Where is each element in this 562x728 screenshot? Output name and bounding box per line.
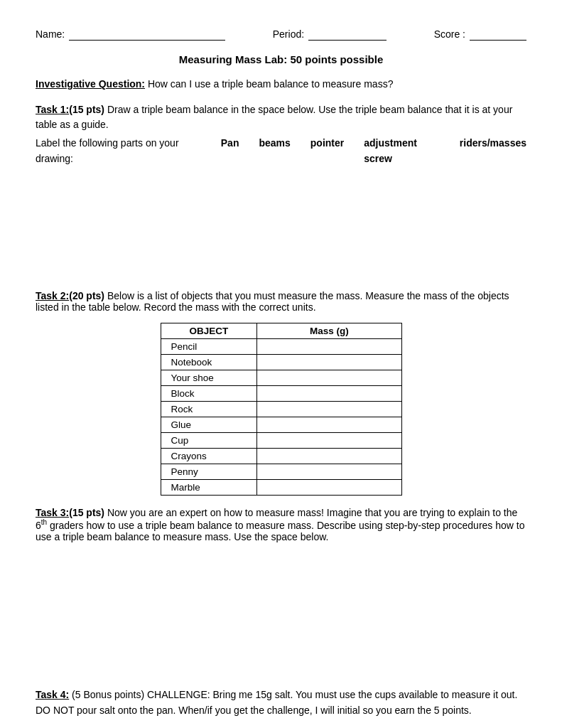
task3-text-pre: Now you are an expert on how to measure … [36,507,524,542]
task1-points: (15 pts) [69,104,104,115]
table-cell-mass [257,402,401,417]
task2-label: Task 2: [36,290,69,301]
mass-table: OBJECT Mass (g) PencilNotebookYour shoeB… [161,323,402,496]
table-cell-mass [257,417,401,433]
table-cell-mass [257,433,401,449]
table-row: Cup [161,433,401,449]
table-row: Rock [161,402,401,417]
task4-text: Task 4: (5 Bonus points) CHALLENGE: Brin… [36,687,526,718]
table-header-object: OBJECT [161,323,257,339]
investigative-question-text: How can I use a triple beam balance to m… [145,78,393,90]
task1-part-beams: beams [259,136,290,151]
task1-part-adjustment-screw: adjustment screw [364,136,440,166]
task1-part-pan: Pan [221,136,239,151]
task3-writing-space [36,542,526,678]
table-cell-object: Crayons [161,449,257,464]
investigative-question-section: Investigative Question: How can I use a … [36,77,526,92]
task1-label-row: Label the following parts on your drawin… [36,136,526,166]
task2-points: (20 pts) [69,290,104,301]
table-cell-mass [257,449,401,464]
name-underline [69,28,225,41]
table-cell-object: Notebook [161,355,257,370]
task1-part-pointer: pointer [310,136,344,151]
page-title: Measuring Mass Lab: 50 points possible [36,53,526,65]
table-row: Crayons [161,449,401,464]
table-row: Pencil [161,339,401,355]
investigative-question-label: Investigative Question: [36,78,145,90]
table-cell-object: Penny [161,464,257,480]
name-field: Name: [36,28,225,41]
table-row: Notebook [161,355,401,370]
score-label: Score : [434,28,465,40]
header-line: Name: Period: Score : [36,28,526,41]
table-row: Block [161,386,401,402]
period-field: Period: [273,28,387,41]
score-underline [470,28,526,41]
score-field: Score : [434,28,526,41]
table-row: Your shoe [161,370,401,386]
table-cell-object: Your shoe [161,370,257,386]
table-cell-mass [257,370,401,386]
table-cell-mass [257,339,401,355]
task1-intro: Task 1:(15 pts) Draw a triple beam balan… [36,102,526,133]
task1-label: Task 1: [36,104,69,115]
table-cell-mass [257,355,401,370]
task3-intro: Task 3:(15 pts) Now you are an expert on… [36,507,526,542]
name-label: Name: [36,28,65,40]
task1-text1: Draw a triple beam balance in the space … [36,104,512,131]
task2-intro: Task 2:(20 pts) Below is a list of objec… [36,290,526,313]
task2-text: Below is a list of objects that you must… [36,290,509,313]
period-label: Period: [273,28,304,40]
table-cell-object: Rock [161,402,257,417]
task2-section: Task 2:(20 pts) Below is a list of objec… [36,290,526,496]
task3-section: Task 3:(15 pts) Now you are an expert on… [36,507,526,678]
table-header-mass: Mass (g) [257,323,401,339]
table-cell-object: Glue [161,417,257,433]
task1-drawing-space [36,166,526,280]
table-cell-object: Block [161,386,257,402]
table-cell-object: Cup [161,433,257,449]
table-row: Marble [161,480,401,496]
table-cell-mass [257,480,401,496]
task1-section: Task 1:(15 pts) Draw a triple beam balan… [36,102,526,281]
table-cell-mass [257,464,401,480]
table-cell-mass [257,386,401,402]
table-row: Glue [161,417,401,433]
period-underline [308,28,387,41]
task4-section: Task 4: (5 Bonus points) CHALLENGE: Brin… [36,687,526,718]
table-row: Penny [161,464,401,480]
task1-text2: Label the following parts on your drawin… [36,136,201,166]
task2-table-container: OBJECT Mass (g) PencilNotebookYour shoeB… [36,323,526,496]
task4-label: Task 4: [36,689,69,700]
task4-body: (5 Bonus points) CHALLENGE: Bring me 15g… [36,689,517,716]
task3-label: Task 3: [36,507,69,518]
table-cell-object: Pencil [161,339,257,355]
table-cell-object: Marble [161,480,257,496]
task1-part-riders-masses: riders/masses [460,136,526,151]
task3-points: (15 pts) [69,507,104,518]
